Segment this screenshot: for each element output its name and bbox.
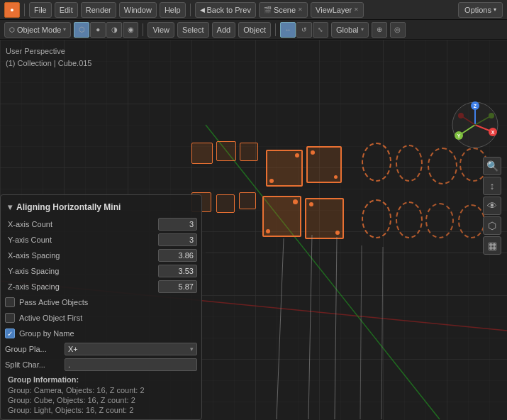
snap-icon[interactable]: ⊕ [372, 22, 387, 38]
z-axis-spacing-value[interactable]: 5.87 [158, 280, 197, 293]
separator [24, 4, 25, 16]
z-axis-spacing-label: Z-axis Spacing [5, 282, 155, 291]
back-to-prev-button[interactable]: ◀ Back to Prev [195, 2, 256, 18]
aligning-panel: Aligning Horizontally Mini X-axis Count … [0, 194, 202, 420]
y-axis-count-row: Y-axis Count 3 [1, 232, 201, 248]
display-mode-group: ⬡ ● ◑ ◉ [74, 22, 138, 38]
add-menu[interactable]: Add [212, 22, 236, 38]
x-axis-count-label: X-axis Count [5, 220, 155, 228]
object-mode-selector[interactable]: ⬡ Object Mode ▾ [4, 22, 71, 38]
render-menu[interactable]: Render [81, 2, 116, 18]
right-toolbar: 🔍 ↕ 👁 ⬡ ▦ [483, 157, 501, 255]
sphere-row2-1 [362, 199, 391, 238]
x-axis-count-value[interactable]: 3 [158, 218, 197, 231]
active-object-first-label: Active Object First [19, 314, 82, 322]
group-by-name-row[interactable]: Group by Name [1, 326, 201, 341]
cube-cluster-2 [188, 192, 358, 256]
sphere-cluster-2 [396, 145, 423, 182]
separator [190, 4, 191, 16]
group-plane-row: Group Pla... X+ ▾ [1, 341, 201, 357]
options-button[interactable]: Options ▾ [458, 2, 503, 18]
scale-icon[interactable]: ⤡ [313, 22, 328, 38]
sphere-cluster-3 [428, 148, 457, 184]
group-plane-dropdown[interactable]: X+ ▾ [65, 343, 197, 355]
group-by-name-checkbox[interactable] [5, 328, 15, 338]
help-menu[interactable]: Help [160, 2, 186, 18]
view-layer-selector[interactable]: ViewLayer ✕ [311, 2, 364, 18]
info-row-1: Group: Camera, Objects: 16, Z count: 2 [1, 385, 201, 395]
x-axis-spacing-label: X-axis Spacing [5, 251, 155, 260]
cursor-icon[interactable]: ↕ [483, 177, 501, 195]
svg-point-23 [489, 113, 494, 118]
rendered-icon[interactable]: ◉ [123, 22, 138, 38]
pass-active-objects-checkbox[interactable] [5, 297, 15, 307]
object-visibility-icon[interactable]: 👁 [483, 197, 501, 215]
x-axis-spacing-value[interactable]: 3.86 [158, 249, 197, 262]
z-axis-spacing-row: Z-axis Spacing 5.87 [1, 279, 201, 294]
move-icon[interactable]: ↔ [280, 22, 296, 38]
y-axis-spacing-row: Y-axis Spacing 3.53 [1, 263, 201, 279]
active-object-first-row[interactable]: Active Object First [1, 310, 201, 326]
top-toolbar: ● File Edit Render Window Help ◀ Back to… [0, 0, 507, 20]
solid-icon[interactable]: ● [90, 22, 106, 38]
material-icon[interactable]: ◑ [106, 22, 122, 38]
sphere-row2-3 [425, 203, 454, 238]
scene-selector[interactable]: 🎬 Scene ✕ [259, 2, 308, 18]
edit-menu[interactable]: Edit [55, 2, 78, 18]
object-menu[interactable]: Object [238, 22, 271, 38]
active-object-first-checkbox[interactable] [5, 313, 15, 323]
zoom-in-icon[interactable]: 🔍 [483, 157, 501, 175]
overlay-icon[interactable]: ▦ [483, 236, 501, 255]
group-plane-label: Group Pla... [5, 345, 62, 353]
wireframe-icon[interactable]: ⬡ [74, 22, 89, 38]
svg-point-21 [458, 113, 464, 118]
y-axis-spacing-value[interactable]: 3.53 [158, 265, 197, 277]
svg-text:Z: Z [474, 104, 477, 109]
split-char-label: Split Char... [5, 360, 62, 369]
viewport-shading-icon[interactable]: ⬡ [483, 216, 501, 235]
group-by-name-label: Group by Name [19, 329, 74, 338]
info-row-3: Group: Light, Objects: 16, Z count: 2 [1, 405, 201, 415]
y-axis-count-label: Y-axis Count [5, 236, 155, 244]
sphere-row2-2 [396, 201, 423, 238]
view-menu[interactable]: View [147, 22, 174, 38]
pass-active-objects-label: Pass Active Objects [19, 298, 88, 306]
proportional-edit-icon[interactable]: ◎ [390, 22, 406, 38]
rotate-icon[interactable]: ↺ [296, 22, 312, 38]
sphere-cluster-1 [362, 143, 391, 182]
global-selector[interactable]: Global ▾ [331, 22, 369, 38]
transform-group: ↔ ↺ ⤡ [280, 22, 328, 38]
file-menu[interactable]: File [29, 2, 52, 18]
y-axis-count-value[interactable]: 3 [158, 233, 197, 246]
x-axis-count-row: X-axis Count 3 [1, 216, 201, 232]
cube-cluster-1 [184, 139, 326, 196]
svg-text:X: X [491, 130, 495, 135]
separator [275, 23, 276, 36]
info-row-2: Group: Cube, Objects: 16, Z count: 2 [1, 395, 201, 405]
y-axis-spacing-label: Y-axis Spacing [5, 267, 155, 275]
group-info-header: Group Information: [1, 372, 201, 385]
split-char-row: Split Char... . [1, 357, 201, 372]
second-toolbar: ⬡ Object Mode ▾ ⬡ ● ◑ ◉ View Select Add … [0, 20, 507, 40]
viewport-3d[interactable]: User Perspective (1) Collection | Cube.0… [0, 40, 507, 420]
sphere-row2-4 [458, 204, 485, 238]
select-menu[interactable]: Select [177, 22, 209, 38]
blender-icon[interactable]: ● [4, 2, 20, 18]
panel-title: Aligning Horizontally Mini [1, 199, 201, 216]
split-char-input[interactable]: . [65, 358, 197, 371]
pass-active-objects-row[interactable]: Pass Active Objects [1, 294, 201, 310]
x-axis-spacing-row: X-axis Spacing 3.86 [1, 248, 201, 263]
window-menu[interactable]: Window [119, 2, 157, 18]
axis-widget[interactable]: Z X Y [450, 100, 500, 150]
separator [143, 23, 143, 36]
svg-text:Y: Y [457, 133, 461, 138]
